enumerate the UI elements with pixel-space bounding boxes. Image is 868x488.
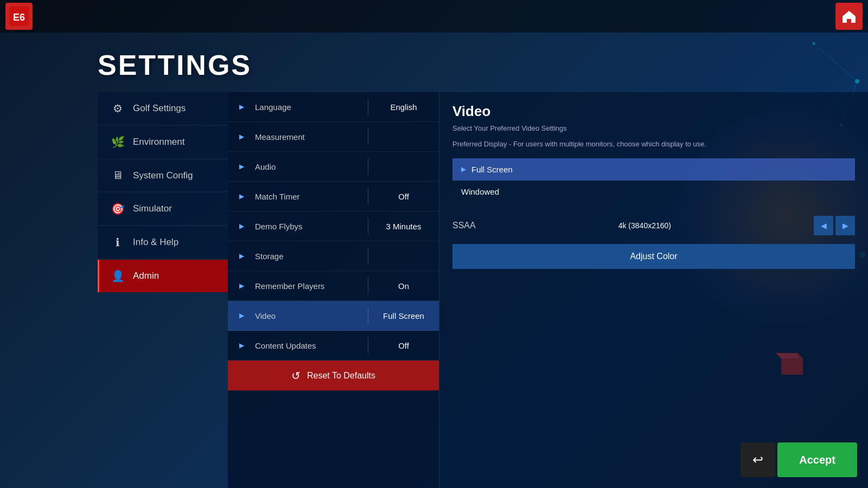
row-language[interactable]: ▶ Language English bbox=[228, 92, 439, 122]
row-divider-measurement bbox=[368, 129, 368, 145]
row-label-match-timer: Match Timer bbox=[250, 192, 368, 201]
windowed-label: Windowed bbox=[461, 187, 499, 196]
row-storage[interactable]: ▶ Storage bbox=[228, 241, 439, 271]
row-divider-storage bbox=[368, 248, 368, 264]
row-label-remember-players: Remember Players bbox=[250, 281, 368, 291]
accept-button[interactable]: Accept bbox=[777, 442, 857, 477]
sidebar-item-label-admin: Admin bbox=[133, 271, 159, 281]
main-content: SETTINGS ⚙ Golf Settings 🌿 Environment 🖥… bbox=[0, 33, 868, 488]
back-button[interactable]: ↩ bbox=[741, 442, 775, 477]
reset-label: Reset To Defaults bbox=[307, 371, 375, 381]
row-label-storage: Storage bbox=[250, 252, 368, 261]
row-arrow-remember-players: ▶ bbox=[228, 282, 250, 290]
home-button[interactable] bbox=[835, 3, 863, 30]
row-measurement[interactable]: ▶ Measurement bbox=[228, 122, 439, 152]
row-arrow-video: ▶ bbox=[228, 312, 250, 319]
svg-text:E6: E6 bbox=[13, 12, 25, 23]
info-help-icon: ℹ bbox=[110, 236, 125, 249]
bottom-buttons: ↩ Accept bbox=[741, 442, 857, 477]
row-arrow-match-timer: ▶ bbox=[228, 192, 250, 200]
settings-layout: ⚙ Golf Settings 🌿 Environment 🖥 System C… bbox=[98, 92, 868, 488]
panel-subtitle: Select Your Preferred Video Settings bbox=[452, 124, 855, 132]
row-value-demo-flybys: 3 Minutes bbox=[368, 222, 439, 231]
row-label-demo-flybys: Demo Flybys bbox=[250, 222, 368, 231]
system-config-icon: 🖥 bbox=[110, 169, 125, 182]
adjust-color-button[interactable]: Adjust Color bbox=[452, 244, 855, 269]
display-option-windowed[interactable]: Windowed bbox=[452, 181, 855, 203]
ssaa-value: 4k (3840x2160) bbox=[476, 221, 814, 230]
full-screen-label: Full Screen bbox=[471, 165, 513, 174]
row-arrow-audio: ▶ bbox=[228, 163, 250, 170]
sidebar-item-system-config[interactable]: 🖥 System Config bbox=[98, 159, 228, 191]
row-value-remember-players: On bbox=[368, 281, 439, 291]
row-audio[interactable]: ▶ Audio bbox=[228, 152, 439, 182]
row-arrow-storage: ▶ bbox=[228, 252, 250, 260]
reset-icon: ↺ bbox=[291, 369, 301, 382]
sidebar-item-label-simulator: Simulator bbox=[133, 203, 172, 214]
golf-settings-icon: ⚙ bbox=[110, 102, 125, 115]
row-arrow-demo-flybys: ▶ bbox=[228, 222, 250, 230]
environment-icon: 🌿 bbox=[110, 136, 125, 149]
admin-icon: 👤 bbox=[110, 269, 125, 282]
row-value-match-timer: Off bbox=[368, 192, 439, 201]
row-arrow-content-updates: ▶ bbox=[228, 342, 250, 349]
row-label-measurement: Measurement bbox=[250, 132, 368, 142]
ssaa-row: SSAA 4k (3840x2160) ◀ ▶ bbox=[452, 211, 855, 240]
left-nav: ⚙ Golf Settings 🌿 Environment 🖥 System C… bbox=[98, 92, 228, 488]
right-panel: Video Select Your Preferred Video Settin… bbox=[439, 92, 868, 488]
ssaa-next-button[interactable]: ▶ bbox=[835, 216, 855, 235]
row-content-updates[interactable]: ▶ Content Updates Off bbox=[228, 331, 439, 361]
sidebar-item-info-help[interactable]: ℹ Info & Help bbox=[98, 226, 228, 259]
row-label-language: Language bbox=[250, 102, 368, 112]
row-arrow-language: ▶ bbox=[228, 103, 250, 111]
sidebar-item-label-environment: Environment bbox=[133, 137, 184, 147]
ssaa-previous-button[interactable]: ◀ bbox=[814, 216, 833, 235]
row-match-timer[interactable]: ▶ Match Timer Off bbox=[228, 182, 439, 211]
ssaa-controls: ◀ ▶ bbox=[814, 216, 855, 235]
display-option-full-screen[interactable]: ▶ Full Screen bbox=[452, 158, 855, 181]
row-value-content-updates: Off bbox=[368, 341, 439, 350]
row-arrow-measurement: ▶ bbox=[228, 133, 250, 140]
ssaa-label: SSAA bbox=[452, 221, 476, 230]
sidebar-item-golf-settings[interactable]: ⚙ Golf Settings bbox=[98, 92, 228, 125]
row-label-content-updates: Content Updates bbox=[250, 341, 368, 350]
row-divider-audio bbox=[368, 158, 368, 175]
row-demo-flybys[interactable]: ▶ Demo Flybys 3 Minutes bbox=[228, 211, 439, 241]
full-screen-arrow-icon: ▶ bbox=[461, 165, 466, 173]
row-video[interactable]: ▶ Video Full Screen bbox=[228, 301, 439, 331]
panel-title: Video bbox=[452, 103, 855, 120]
sidebar-item-simulator[interactable]: 🎯 Simulator bbox=[98, 192, 228, 225]
page-title: SETTINGS bbox=[98, 49, 868, 81]
panel-description: Preferred Display - For users with multi… bbox=[452, 139, 855, 150]
sidebar-item-environment[interactable]: 🌿 Environment bbox=[98, 126, 228, 158]
row-value-video: Full Screen bbox=[368, 311, 439, 320]
sidebar-item-label-info-help: Info & Help bbox=[133, 237, 178, 248]
center-panel: ▶ Language English ▶ Measurement ▶ Audio… bbox=[228, 92, 439, 488]
sidebar-item-label-system-config: System Config bbox=[133, 170, 193, 181]
app-logo: E6 bbox=[5, 3, 33, 30]
row-label-video: Video bbox=[250, 311, 368, 320]
row-label-audio: Audio bbox=[250, 162, 368, 171]
display-options: ▶ Full Screen Windowed bbox=[452, 158, 855, 203]
row-remember-players[interactable]: ▶ Remember Players On bbox=[228, 271, 439, 301]
back-icon: ↩ bbox=[752, 452, 763, 467]
reset-to-defaults-button[interactable]: ↺ Reset To Defaults bbox=[228, 361, 439, 390]
sidebar-item-label-golf-settings: Golf Settings bbox=[133, 103, 186, 114]
simulator-icon: 🎯 bbox=[110, 202, 125, 215]
top-bar: E6 bbox=[0, 0, 868, 33]
row-value-language: English bbox=[368, 102, 439, 112]
sidebar-item-admin[interactable]: 👤 Admin bbox=[98, 260, 228, 292]
